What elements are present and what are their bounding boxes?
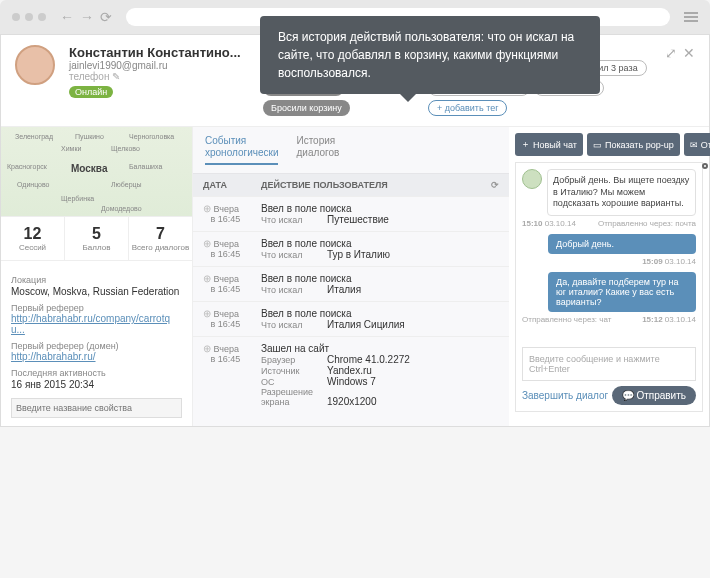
- info-tooltip: Вся история действий пользователя: что о…: [260, 16, 600, 94]
- event-row: ⊕ Вчера в 16:45Зашел на сайтБраузерChrom…: [193, 336, 509, 413]
- referrer-domain-label: Первый реферер (домен): [11, 341, 182, 351]
- admin-message: Добрый день. Вы ищете поездку в Италию? …: [547, 169, 696, 216]
- tab-chrono[interactable]: События хронологически: [205, 135, 278, 165]
- event-row: ⊕ Вчера в 16:45Ввел в поле поискаЧто иск…: [193, 196, 509, 231]
- hamburger-icon[interactable]: [684, 12, 698, 22]
- event-row: ⊕ Вчера в 16:45Ввел в поле поискаЧто иск…: [193, 231, 509, 266]
- window-close-icon[interactable]: [12, 13, 20, 21]
- col-action-head: ДЕЙСТВИЕ ПОЛЬЗОВАТЕЛЯ: [261, 180, 491, 190]
- event-tabs: События хронологически История диалогов: [193, 127, 509, 174]
- add-tag-button[interactable]: + добавить тег: [428, 100, 507, 116]
- last-activity-value: 16 янв 2015 20:34: [11, 379, 182, 390]
- send-email-button[interactable]: ✉Отправить письмо: [684, 133, 710, 156]
- event-row: ⊕ Вчера в 16:45Ввел в поле поискаЧто иск…: [193, 266, 509, 301]
- user-email: jainlevi1990@gmail.ru: [69, 60, 249, 71]
- last-activity-label: Последняя активность: [11, 368, 182, 378]
- stat-sessions: 12 Сессий: [1, 217, 65, 260]
- stat-points: 5 Баллов: [65, 217, 129, 260]
- chat-panel: Добрый день. Вы ищете поездку в Италию? …: [515, 162, 703, 412]
- nav-fwd-icon[interactable]: →: [80, 9, 94, 25]
- user-name: Константин Константино...: [69, 45, 249, 60]
- user-phone[interactable]: телефон ✎: [69, 71, 249, 82]
- window-max-icon[interactable]: [38, 13, 46, 21]
- avatar[interactable]: [15, 45, 55, 85]
- event-row: ⊕ Вчера в 16:45Ввел в поле поискаЧто иск…: [193, 301, 509, 336]
- user-message: Добрый день.: [548, 234, 696, 254]
- location-map[interactable]: Зеленоград Пушкино Черноголовка Химки Ще…: [1, 127, 192, 217]
- nav-back-icon[interactable]: ←: [60, 9, 74, 25]
- callout-marker: [702, 163, 708, 169]
- events-list: ⊕ Вчера в 16:45Ввел в поле поискаЧто иск…: [193, 196, 509, 413]
- window-icon: ▭: [593, 140, 602, 150]
- referrer-domain-link[interactable]: http://habrahabr.ru/: [11, 351, 96, 362]
- show-popup-button[interactable]: ▭Показать pop-up: [587, 133, 680, 156]
- stat-dialogs: 7 Всего диалогов: [129, 217, 192, 260]
- refresh-icon[interactable]: ⟳: [491, 180, 499, 190]
- property-input[interactable]: [11, 398, 182, 418]
- segment-pill[interactable]: Бросили корзину: [263, 100, 350, 116]
- window-min-icon[interactable]: [25, 13, 33, 21]
- new-chat-button[interactable]: ＋Новый чат: [515, 133, 583, 156]
- agent-avatar: [522, 169, 542, 189]
- chat-input[interactable]: Введите сообщение и нажмите Ctrl+Enter: [522, 347, 696, 381]
- col-date-head: ДАТА: [203, 180, 261, 190]
- tab-dialogs[interactable]: История диалогов: [296, 135, 339, 165]
- plus-icon: ＋: [521, 138, 530, 151]
- mail-icon: ✉: [690, 140, 698, 150]
- close-icon[interactable]: ✕: [683, 45, 695, 116]
- send-button[interactable]: 💬 Отправить: [612, 386, 696, 405]
- end-dialog-link[interactable]: Завершить диалог: [522, 390, 608, 401]
- referrer-link[interactable]: http://habrahabr.ru/company/carrotqu...: [11, 313, 170, 335]
- user-message: Да, давайте подберем тур на юг италии? К…: [548, 272, 696, 312]
- stats-row: 12 Сессий 5 Баллов 7 Всего диалогов: [1, 217, 192, 261]
- location-label: Локация: [11, 275, 182, 285]
- status-badge: Онлайн: [69, 86, 113, 98]
- referrer-label: Первый реферер: [11, 303, 182, 313]
- nav-reload-icon[interactable]: ⟳: [100, 9, 112, 25]
- location-value: Moscow, Moskva, Russian Federation: [11, 286, 182, 297]
- expand-icon[interactable]: ⤢: [665, 45, 677, 116]
